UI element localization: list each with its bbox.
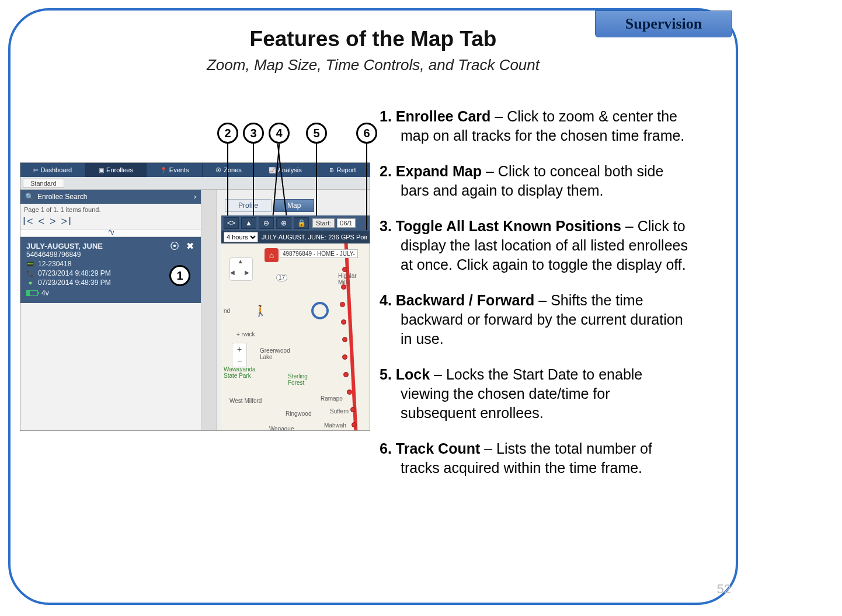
nav-enrollees[interactable]: ▣ Enrollees: [86, 163, 147, 177]
nav-dashboard[interactable]: ✄ Dashboard: [20, 163, 86, 177]
main-pane: Profile Map <> ▲ ⊖ ⊕ 🔒 Start: 06/1: [201, 190, 370, 431]
analysis-icon: 📈: [269, 167, 276, 173]
map-label: Mahwah: [324, 422, 346, 429]
map-label: nd: [224, 308, 230, 314]
track-count-text: JULY-AUGUST, JUNE: 236 GPS Points, 1 Vis…: [262, 234, 367, 241]
callout-6: 6: [356, 123, 377, 144]
gps-icon: ●: [26, 279, 34, 286]
left-gutter: [201, 190, 217, 431]
nav-analysis[interactable]: 📈 Analysis: [255, 163, 315, 177]
desc-title: 6. Track Count: [380, 440, 484, 457]
events-icon: 📍: [160, 167, 167, 173]
nav-label: Events: [169, 166, 189, 173]
splitter-handle[interactable]: ^v: [20, 229, 201, 237]
track-dot: [340, 302, 345, 307]
app-screenshot: ✄ Dashboard ▣ Enrollees 📍 Events ⦿ Zones…: [20, 162, 370, 431]
nav-label: Zones: [224, 166, 242, 173]
battery-value: 4v: [41, 289, 49, 297]
expand-map-button[interactable]: <>: [224, 217, 239, 229]
standard-button[interactable]: Standard: [23, 179, 64, 188]
start-date-input[interactable]: 06/1: [337, 218, 355, 228]
nav-zones[interactable]: ⦿ Zones: [203, 163, 255, 177]
callout-1: 1: [169, 265, 190, 286]
search-icon: 🔍: [25, 193, 34, 201]
callout-line: [227, 144, 228, 215]
tab-map[interactable]: Map: [274, 199, 314, 212]
callout-line: [253, 144, 254, 215]
desc-title: 4. Backward / Forward: [380, 292, 534, 308]
desc-body: – Locks the Start Date to enable viewing…: [401, 366, 642, 421]
time-control-bar: <> ▲ ⊖ ⊕ 🔒 Start: 06/1: [221, 215, 370, 231]
map-label: Sterling Forest: [288, 373, 308, 386]
track-dot: [347, 389, 352, 395]
map-label: Wanaque: [269, 426, 294, 431]
figure: 2 3 4 5 6 1 ✄ Dashboard ▣ Enrollees: [20, 121, 370, 448]
map-view[interactable]: ⌂ 498796849 - HOME - JULY- ▲ ◀▶ +− nd + …: [221, 243, 370, 431]
callout-5: 5: [306, 123, 327, 144]
page-number: 52: [717, 582, 731, 597]
start-label: Start:: [312, 218, 335, 228]
gps-time: 07/23/2014 9:48:39 PM: [38, 279, 111, 287]
description-list: 1. Enrollee Card – Click to zoom & cente…: [380, 107, 689, 494]
top-nav: ✄ Dashboard ▣ Enrollees 📍 Events ⦿ Zones…: [20, 163, 370, 177]
secondary-toolbar: Standard: [20, 177, 370, 190]
detail-tabs: Profile Map: [225, 199, 314, 212]
lake-shape: [311, 302, 329, 319]
enrollee-search-row[interactable]: 🔍Enrollee Search ›: [20, 190, 201, 204]
time-forward-button[interactable]: ⊕: [276, 217, 291, 229]
slide-frame: Supervision Features of the Map Tab Zoom…: [8, 8, 738, 605]
enrollee-id: 54646498796849: [26, 250, 195, 259]
home-pin-label: 498796849 - HOME - JULY-: [280, 249, 358, 258]
device-id: 12-230418: [38, 260, 71, 268]
card-action-icons[interactable]: ⦿ ✖: [170, 241, 196, 252]
map-label: Highlar Mills: [338, 273, 357, 286]
callout-2: 2: [217, 123, 238, 144]
desc-item-5: 5. Lock – Locks the Start Date to enable…: [380, 365, 689, 423]
map-label: + rwick: [236, 331, 255, 337]
map-label: West Milford: [229, 398, 262, 404]
desc-item-6: 6. Track Count – Lists the total number …: [380, 439, 689, 478]
enrollees-icon: ▣: [99, 167, 104, 173]
map-label: Suffern: [330, 408, 349, 415]
time-back-button[interactable]: ⊖: [259, 217, 274, 229]
nav-events[interactable]: 📍 Events: [147, 163, 202, 177]
map-label: Ringwood: [286, 410, 311, 417]
map-label: Ramapo: [321, 395, 343, 402]
home-pin-icon[interactable]: ⌂: [265, 248, 279, 262]
tab-profile[interactable]: Profile: [225, 199, 272, 212]
enrollee-sidebar: 🔍Enrollee Search › Page 1 of 1. 1 items …: [20, 190, 201, 431]
nav-reports[interactable]: 🗎 Report: [315, 163, 370, 177]
desc-title: 2. Expand Map: [380, 163, 482, 179]
track-dot: [341, 319, 346, 325]
track-dot: [341, 284, 346, 290]
nav-label: Enrollees: [106, 166, 133, 173]
toggle-positions-button[interactable]: ▲: [241, 217, 256, 229]
phone-time: 07/23/2014 9:48:29 PM: [38, 269, 111, 277]
desc-title: 5. Lock: [380, 366, 430, 382]
track-dot: [342, 267, 347, 272]
desc-item-4: 4. Backward / Forward – Shifts the time …: [380, 291, 689, 349]
search-label: Enrollee Search: [37, 193, 87, 201]
dashboard-icon: ✄: [33, 167, 38, 173]
route-marker: 17: [276, 274, 287, 281]
map-zoom-control[interactable]: +−: [232, 343, 247, 367]
pager[interactable]: I< < > >I: [20, 215, 201, 229]
person-icon: 🚶: [254, 304, 267, 317]
track-dot: [350, 407, 356, 412]
track-dot: [352, 422, 357, 427]
map-label: Greenwood Lake: [260, 347, 290, 360]
track-dot: [342, 337, 347, 342]
device-icon: 📟: [26, 260, 34, 268]
lock-button[interactable]: 🔒: [294, 217, 309, 229]
module-badge: Supervision: [595, 11, 732, 37]
duration-select[interactable]: 4 hours: [224, 232, 258, 242]
callout-3: 3: [243, 123, 264, 144]
desc-title: 3. Toggle All Last Known Positions: [380, 218, 621, 234]
nav-label: Dashboard: [40, 166, 72, 173]
map-pan-control[interactable]: ▲ ◀▶: [229, 257, 253, 281]
page-info: Page 1 of 1. 1 items found.: [20, 204, 201, 215]
desc-item-1: 1. Enrollee Card – Click to zoom & cente…: [380, 107, 689, 145]
phone-icon: 📞: [26, 270, 34, 277]
nav-label: Report: [337, 166, 356, 173]
track-dot: [342, 354, 347, 360]
